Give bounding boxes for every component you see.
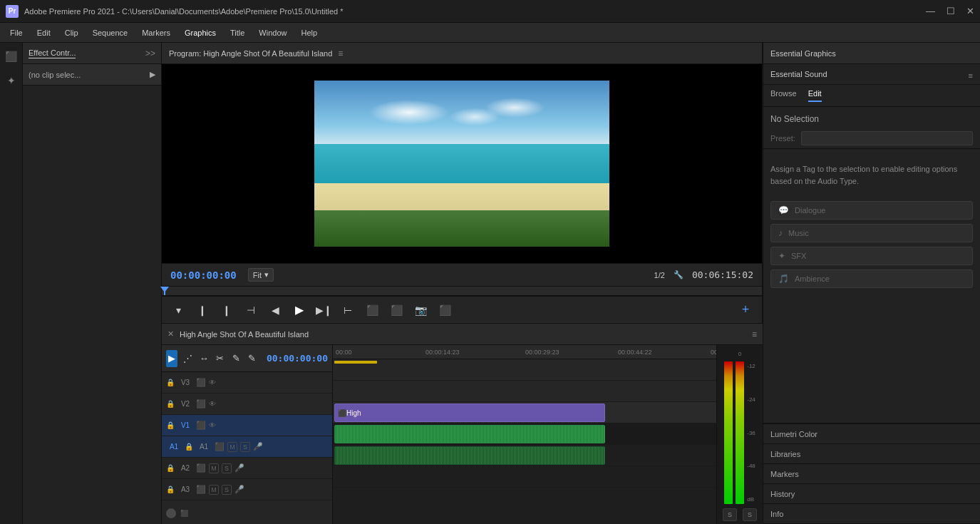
a2-clip[interactable] xyxy=(334,446,605,465)
a3-lock-icon[interactable]: 🔒 xyxy=(166,486,175,493)
essential-sound-menu[interactable]: ≡ xyxy=(969,71,973,80)
dialogue-btn[interactable]: 💬 Dialogue xyxy=(770,201,973,220)
sidebar-icon-media[interactable]: ⬛ xyxy=(2,47,21,66)
add-media-btn[interactable]: + xyxy=(738,302,753,318)
menu-file[interactable]: File xyxy=(4,26,29,39)
menu-graphics[interactable]: Graphics xyxy=(179,26,222,39)
insert-btn[interactable]: ⬛ xyxy=(364,302,380,318)
razor-tool[interactable]: ✂ xyxy=(214,350,225,367)
a2-record-icon[interactable]: 🎤 xyxy=(234,463,244,473)
a2-solo-btn[interactable]: S xyxy=(222,463,232,473)
window-controls[interactable]: — ☐ ✕ xyxy=(926,6,974,16)
a3-monitor-icon[interactable]: ⬛ xyxy=(196,485,206,495)
preset-label: Preset: xyxy=(770,134,795,143)
markers-item[interactable]: Markers xyxy=(763,464,980,484)
a1-monitor-icon[interactable]: ⬛ xyxy=(215,442,225,452)
tab-browse[interactable]: Browse xyxy=(770,89,797,102)
v1-clip[interactable]: ⬛ High xyxy=(334,404,605,422)
go-to-in-btn[interactable]: ⊣ xyxy=(243,302,259,318)
export-frame-btn[interactable]: 📷 xyxy=(413,302,428,318)
button-editor-btn[interactable]: ⬛ xyxy=(437,302,453,318)
a1-clip[interactable] xyxy=(334,425,605,443)
a1-mute-btn[interactable]: M xyxy=(227,442,237,452)
toggle-all-btn[interactable] xyxy=(166,508,176,518)
v1-lock-icon[interactable]: 🔒 xyxy=(166,421,175,429)
info-item[interactable]: Info xyxy=(763,504,980,524)
play-reverse-btn[interactable]: ◀ xyxy=(267,302,283,318)
a2-monitor-icon[interactable]: ⬛ xyxy=(196,463,206,473)
quality-selector[interactable]: 1/2 xyxy=(654,271,665,279)
v2-monitor-icon[interactable]: ⬛ xyxy=(196,399,206,409)
a3-mute-btn[interactable]: M xyxy=(209,485,219,495)
step-back-frame-btn[interactable]: ❙ xyxy=(195,302,210,318)
a2-mute-btn[interactable]: M xyxy=(209,463,219,473)
preset-value[interactable] xyxy=(801,131,973,145)
go-to-out-btn[interactable]: ⊢ xyxy=(340,302,356,318)
v2-visibility-icon[interactable]: 👁 xyxy=(209,400,216,408)
track-lane-a3 xyxy=(333,466,716,488)
current-timecode[interactable]: 00:00:00:00 xyxy=(170,269,237,281)
preset-row: Preset: xyxy=(763,128,980,149)
menu-help[interactable]: Help xyxy=(295,26,323,39)
window-title: Adobe Premiere Pro 2021 - C:\Users\Dania… xyxy=(24,7,926,16)
a1-lock-icon[interactable]: 🔒 xyxy=(185,443,193,451)
ambience-label: Ambience xyxy=(795,274,830,283)
play-to-out-btn[interactable]: ▶❙ xyxy=(316,302,331,318)
menu-title[interactable]: Title xyxy=(225,26,250,39)
track-row-v1: 🔒 V1 ⬛ 👁 xyxy=(162,415,332,436)
menu-sequence[interactable]: Sequence xyxy=(87,26,134,39)
wrench-icon[interactable]: 🔧 xyxy=(674,270,684,279)
a2-lock-icon[interactable]: 🔒 xyxy=(166,464,175,472)
a1-record-icon[interactable]: 🎤 xyxy=(253,442,263,451)
play-btn[interactable]: ▶ xyxy=(292,302,307,318)
clip-selector[interactable]: (no clip selec... ▶ xyxy=(23,64,161,86)
slip-tool[interactable]: ✎ xyxy=(230,350,242,367)
meter-s-right[interactable]: S xyxy=(743,508,757,521)
playhead-indicator xyxy=(164,287,165,295)
meter-s-left[interactable]: S xyxy=(723,508,737,521)
step-forward-frame-btn[interactable]: ❙ xyxy=(219,302,234,318)
pen-tool[interactable]: ✎ xyxy=(246,350,257,367)
monitor-menu-icon[interactable]: ≡ xyxy=(338,48,343,58)
ambience-btn[interactable]: 🎵 Ambience xyxy=(770,269,973,288)
v3-yellow-bar xyxy=(334,361,377,364)
history-item[interactable]: History xyxy=(763,484,980,504)
clip-arrow[interactable]: ▶ xyxy=(150,70,155,79)
menu-markers[interactable]: Markers xyxy=(136,26,176,39)
v3-lock-icon[interactable]: 🔒 xyxy=(166,379,175,386)
v1-visibility-icon[interactable]: 👁 xyxy=(209,421,216,429)
sfx-btn[interactable]: ✦ SFX xyxy=(770,247,973,265)
a3-record-icon[interactable]: 🎤 xyxy=(234,485,244,494)
v2-lock-icon[interactable]: 🔒 xyxy=(166,400,175,408)
sidebar-icon-effects[interactable]: ✦ xyxy=(2,71,21,90)
overwrite-btn[interactable]: ⬛ xyxy=(388,302,404,318)
timeline-close-icon[interactable]: ✕ xyxy=(167,329,174,339)
menu-edit[interactable]: Edit xyxy=(31,26,56,39)
track-row-a1: A1 🔒 A1 ⬛ M S 🎤 xyxy=(162,436,332,458)
monitor-timecode-bar: 00:00:00:00 Fit ▾ 1/2 🔧 00:06:15:02 xyxy=(162,263,762,286)
maximize-button[interactable]: ☐ xyxy=(947,6,955,16)
menu-clip[interactable]: Clip xyxy=(59,26,84,39)
meter-label-neg24: -24 xyxy=(747,396,755,403)
minimize-button[interactable]: — xyxy=(926,6,935,16)
track-select-tool[interactable]: ⋰ xyxy=(182,350,193,367)
libraries-item[interactable]: Libraries xyxy=(763,444,980,464)
tab-edit[interactable]: Edit xyxy=(808,89,822,102)
mark-in-btn[interactable]: ▾ xyxy=(170,302,186,318)
music-btn[interactable]: ♪ Music xyxy=(770,224,973,242)
timeline-timecode[interactable]: 00:00:00:00 xyxy=(267,353,328,364)
ripple-edit-tool[interactable]: ↔ xyxy=(198,350,210,367)
selection-tool[interactable]: ▶ xyxy=(166,350,177,367)
v3-monitor-icon[interactable]: ⬛ xyxy=(196,378,206,388)
a3-solo-btn[interactable]: S xyxy=(222,485,232,495)
expand-icon[interactable]: >> xyxy=(145,48,155,58)
a1-solo-btn[interactable]: S xyxy=(240,442,250,452)
menu-window[interactable]: Window xyxy=(253,26,292,39)
fit-dropdown[interactable]: Fit ▾ xyxy=(248,268,274,282)
v3-visibility-icon[interactable]: 👁 xyxy=(209,379,216,386)
v1-monitor-icon[interactable]: ⬛ xyxy=(196,421,206,431)
monitor-timeline-ruler[interactable] xyxy=(162,286,762,296)
timeline-menu-icon[interactable]: ≡ xyxy=(752,329,757,339)
lumetri-color-item[interactable]: Lumetri Color xyxy=(763,424,980,444)
close-button[interactable]: ✕ xyxy=(966,6,974,16)
